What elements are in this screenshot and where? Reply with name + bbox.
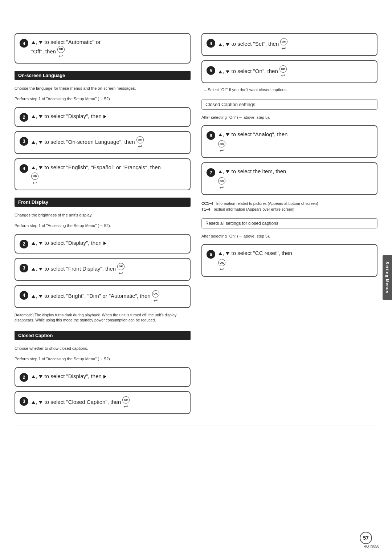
step6-analog-text: , to select "Analog", then OK ↩: [218, 130, 371, 153]
caption-settings-box: Closed Caption settings: [201, 99, 377, 110]
step2-display2-circle: 2: [20, 240, 28, 248]
main-columns: 4 , to select "Automatic" or"Off", then …: [15, 33, 377, 414]
on-screen-language-header: On-screen Language: [15, 71, 191, 80]
automatic-note: [Automatic] The display turns dark durin…: [15, 312, 191, 323]
left-column: 4 , to select "Automatic" or"Off", then …: [15, 33, 191, 414]
step2-display3-box: 2 , to select "Display", then: [15, 367, 191, 387]
page: 4 , to select "Automatic" or"Off", then …: [0, 0, 392, 555]
ok-button-r3: OK ↩: [218, 140, 225, 153]
resets-box: Resets all settings for closed captions: [201, 218, 377, 228]
step7-item-box: 7 , to select the item, then OK ↩: [201, 162, 377, 195]
step6-analog-box: 6 , to select "Analog", then OK ↩: [201, 125, 377, 158]
step4-auto-text: , to select "Automatic" or"Off", then OK…: [31, 38, 184, 58]
top-divider: [15, 22, 377, 22]
ok-button-r5: OK ↩: [218, 259, 225, 272]
step3-closedcaption-box: 3 , to select "Closed Caption", then OK …: [15, 391, 191, 414]
step5-on-circle: 5: [207, 66, 215, 75]
t1-desc-text: Textual information (Appears over entire…: [213, 207, 294, 212]
step3-front-circle: 3: [20, 264, 28, 272]
on-screen-language-note2: Perform step 1 of "Accessing the Setup M…: [15, 96, 191, 102]
step4-bright-box: 4 , to select "Bright", "Dim" or "Automa…: [15, 285, 191, 308]
step2-display3-circle: 2: [20, 373, 28, 382]
doc-code: RQT9058: [364, 544, 379, 548]
step4-set-circle: 4: [207, 39, 215, 48]
step4-auto-circle: 4: [20, 39, 28, 48]
cc1-label: CC1–4: [201, 201, 213, 207]
step4-english-circle: 4: [20, 164, 28, 173]
step4-english-text: , to select "English", "Español" or "Fra…: [31, 163, 184, 185]
closed-caption-header: Closed Caption: [15, 331, 191, 340]
closed-caption-note2: Perform step 1 of "Accessing the Setup M…: [15, 356, 191, 362]
front-display-note1: Changes the brightness of the unit's dis…: [15, 212, 191, 218]
ok-button-3: OK ↩: [31, 173, 38, 185]
step5-on-box: 5 , to select "On", then OK ↩: [201, 60, 377, 83]
ok-button-1: OK ↩: [57, 46, 65, 58]
ok-button-2: OK ↩: [136, 136, 144, 149]
step2-display2-text: , to select "Display", then: [31, 239, 184, 247]
resets-after-note: After selecting "On" (→ above, step 5).: [201, 234, 377, 239]
ok-button-r4: OK ↩: [218, 177, 225, 190]
step3-closedcaption-text: , to select "Closed Caption", then OK ↩: [31, 396, 184, 409]
t1-row: T1–4 Textual information (Appears over e…: [201, 207, 377, 212]
cc1-desc-text: Information related to pictures (Appears…: [216, 201, 318, 207]
t1-label: T1–4: [201, 207, 210, 212]
caption-after-note: After selecting "On" (→ above, step 5).: [201, 115, 377, 120]
step4-set-box: 4 , to select "Set", then OK ↩: [201, 33, 377, 56]
step6-ccreset-box: 6 , to select "CC reset", then OK ↩: [201, 244, 377, 277]
step2-display2-box: 2 , to select "Display", then: [15, 234, 191, 254]
step7-item-text: , to select the item, then OK ↩: [218, 167, 371, 190]
step4-set-text: , to select "Set", then OK ↩: [218, 38, 371, 51]
step3-onscreen-text: , to select "On-screen Language", then O…: [31, 136, 184, 149]
cc1-row: CC1–4 CC1–4 Information related to pictu…: [201, 201, 377, 207]
setting-menus-tab: Setting Menus: [383, 255, 392, 300]
ok-button-r2: OK ↩: [279, 65, 287, 78]
step6-ccreset-circle: 6: [207, 250, 215, 259]
step2-display1-box: 2 , to select "Display", then: [15, 107, 191, 127]
bottom-divider: [15, 425, 377, 425]
step4-english-box: 4 , to select "English", "Español" or "F…: [15, 158, 191, 190]
on-screen-language-note1: Choose the language for these menus and …: [15, 86, 191, 91]
step2-display1-text: , to select "Display", then: [31, 112, 184, 120]
right-column: 4 , to select "Set", then OK ↩ 5 , to se…: [201, 33, 377, 277]
step3-onscreen-box: 3 , to select "On-screen Language", then…: [15, 131, 191, 154]
step5-on-text: , to select "On", then OK ↩: [218, 65, 371, 78]
cc-info-section: CC1–4 CC1–4 Information related to pictu…: [201, 201, 377, 212]
step2-display3-text: , to select "Display", then: [31, 372, 184, 380]
step3-closedcaption-circle: 3: [20, 397, 28, 406]
page-number: 57: [360, 532, 372, 544]
step6-analog-circle: 6: [207, 131, 215, 140]
front-display-header: Front Display: [15, 198, 191, 207]
step3-front-text: , to select "Front Display", then OK ↩: [31, 263, 184, 276]
step2-display1-circle: 2: [20, 113, 28, 122]
front-display-note2: Perform step 1 of "Accessing the Setup M…: [15, 223, 191, 228]
ok-button-4: OK ↩: [117, 263, 124, 276]
step4-automatic-box: 4 , to select "Automatic" or"Off", then …: [15, 33, 191, 64]
step6-ccreset-text: , to select "CC reset", then OK ↩: [218, 249, 371, 272]
ok-button-r1: OK ↩: [280, 38, 287, 51]
select-off-note: – Select "Off" if you don't want closed …: [204, 88, 377, 92]
closed-caption-note1: Choose whether to show closed captions.: [15, 346, 191, 351]
step3-onscreen-circle: 3: [20, 137, 28, 146]
step4-bright-text: , to select "Bright", "Dim" or "Automati…: [31, 290, 184, 303]
step4-bright-circle: 4: [20, 291, 28, 300]
ok-button-6: OK ↩: [122, 396, 130, 409]
step3-front-box: 3 , to select "Front Display", then OK ↩: [15, 258, 191, 281]
step7-item-circle: 7: [207, 168, 215, 177]
ok-button-5: OK ↩: [152, 290, 159, 303]
